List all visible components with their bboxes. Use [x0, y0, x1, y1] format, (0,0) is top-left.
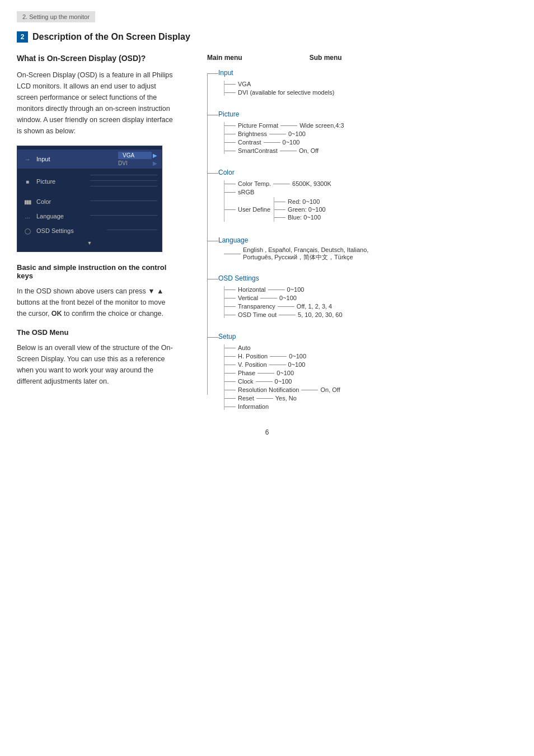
language-inline: English , Español, Français, Deutsch, It…	[224, 246, 517, 262]
information-row: Information	[224, 403, 517, 410]
transparency-row: Transparency Off, 1, 2, 3, 4	[224, 303, 517, 310]
language-line2: Português, Русский，简体中文，Türkçe	[243, 253, 368, 262]
color-horiz-line	[207, 173, 218, 174]
input-sub-dvi: DVI (available for selective models)	[224, 89, 517, 96]
contrast-value: 0~100	[283, 139, 300, 146]
reset-label: Reset	[238, 395, 254, 402]
picture-format-arrow	[280, 125, 297, 126]
brightness-row: Brightness 0~100	[224, 130, 517, 137]
clock-label: Clock	[238, 378, 254, 385]
vga-horiz	[224, 84, 236, 85]
breadcrumb-text: 2. Setting up the monitor	[22, 13, 90, 20]
resolution-notification-arrow	[301, 390, 318, 390]
brightness-arrow	[269, 134, 286, 134]
input-subs: VGA DVI (available for selective models)	[224, 81, 517, 96]
green-label: Green: 0~100	[288, 206, 326, 213]
color-content: Color Color Temp. 6500K, 9300K sRGB	[218, 168, 517, 223]
h-position-label: H. Position	[238, 353, 268, 360]
red-label: Red: 0~100	[288, 198, 320, 205]
clock-row: Clock 0~100	[224, 378, 517, 385]
horizontal-horiz	[224, 290, 236, 290]
page: 2. Setting up the monitor 2 Description …	[0, 0, 534, 756]
resolution-notification-row: Resolution Notification On, Off	[224, 386, 517, 393]
input-sub-vga: VGA	[224, 81, 517, 87]
transparency-value: Off, 1, 2, 3, 4	[297, 303, 332, 310]
information-horiz	[224, 407, 236, 407]
vga-label: VGA	[238, 81, 251, 87]
vertical-label: Vertical	[238, 295, 258, 301]
vertical-horiz	[224, 298, 236, 298]
breadcrumb: 2. Setting up the monitor	[17, 11, 95, 22]
section-title: Description of the On Screen Display	[32, 32, 190, 42]
phase-row: Phase 0~100	[224, 370, 517, 376]
two-column-layout: What is On-Screen Display (OSD)? On-Scre…	[17, 54, 517, 412]
picture-format-row: Picture Format Wide screen,4:3	[224, 122, 517, 129]
osd-picture-item[interactable]: ■ Picture	[17, 169, 162, 194]
osd-settings-item[interactable]: ◯ OSD Settings	[17, 223, 162, 238]
osd-color-item[interactable]: ▮▮▮ Color	[17, 194, 162, 209]
branch-osd-settings: OSD Settings Horizontal 0~100 Vertical	[207, 274, 517, 320]
osd-color-label: Color	[36, 198, 86, 205]
h-position-arrow	[270, 356, 287, 357]
reset-value: Yes, No	[275, 395, 297, 402]
srgb-row: sRGB	[224, 189, 517, 195]
reset-horiz	[224, 398, 236, 399]
osd-input-item[interactable]: → Input VGA ▶ DVI ▶	[17, 150, 162, 169]
picture-format-value: Wide screen,4:3	[299, 122, 344, 129]
user-define-label: User Define	[238, 206, 270, 213]
osd-timeout-horiz	[224, 315, 236, 315]
language-arrow-line	[224, 254, 241, 254]
contrast-horiz	[224, 142, 236, 143]
horizontal-arrow	[268, 290, 285, 290]
osd-menu-section-body: Below is an overall view of the structur…	[17, 342, 174, 387]
v-position-horiz	[224, 365, 236, 365]
osd-language-label: Language	[36, 213, 86, 220]
language-horiz-line	[207, 241, 218, 241]
resolution-notification-label: Resolution Notification	[238, 386, 299, 393]
v-position-value: 0~100	[288, 361, 306, 368]
color-temp-value: 6500K, 9300K	[292, 180, 331, 187]
green-horiz	[274, 209, 285, 210]
user-define-horiz	[224, 209, 236, 210]
osd-settings-content: OSD Settings Horizontal 0~100 Vertical	[218, 274, 517, 320]
ok-label: OK	[51, 310, 62, 318]
setup-subs: Auto H. Position 0~100 V. Position	[224, 344, 517, 410]
auto-horiz	[224, 348, 236, 348]
sub-menu-label: Sub menu	[310, 54, 342, 62]
transparency-arrow	[278, 306, 294, 307]
v-position-row: V. Position 0~100	[224, 361, 517, 368]
language-values: English , Español, Français, Deutsch, It…	[243, 246, 368, 262]
brightness-label: Brightness	[238, 130, 267, 137]
transparency-horiz	[224, 306, 236, 307]
blue-row: Blue: 0~100	[274, 214, 326, 221]
v-position-label: V. Position	[238, 361, 267, 368]
blue-label: Blue: 0~100	[288, 214, 321, 221]
h-position-horiz	[224, 356, 236, 357]
osd-input-label: Input	[36, 156, 114, 162]
setup-main-label: Setup	[218, 333, 236, 340]
dvi-label: DVI (available for selective models)	[238, 89, 334, 96]
osd-settings-horiz-line	[207, 279, 218, 279]
setup-content: Setup Auto H. Position 0~100	[218, 332, 517, 412]
brightness-horiz	[224, 134, 236, 134]
resolution-notification-value: On, Off	[320, 386, 340, 393]
auto-label: Auto	[238, 344, 251, 351]
srgb-label: sRGB	[238, 189, 254, 195]
osd-timeout-value: 5, 10, 20, 30, 60	[298, 311, 343, 318]
picture-icon: ■	[22, 177, 33, 186]
picture-subs: Picture Format Wide screen,4:3 Brightnes…	[224, 122, 517, 154]
resolution-notification-horiz	[224, 390, 236, 390]
color-temp-horiz	[224, 184, 236, 184]
language-line1: English , Español, Français, Deutsch, It…	[243, 246, 368, 253]
vertical-arrow	[260, 298, 277, 298]
osd-language-item[interactable]: … Language	[17, 209, 162, 223]
blue-horiz	[274, 217, 285, 218]
reset-row: Reset Yes, No	[224, 395, 517, 402]
right-column: Main menu Sub menu Input VGA	[190, 54, 517, 412]
contrast-label: Contrast	[238, 139, 261, 146]
picture-format-label: Picture Format	[238, 122, 278, 129]
h-position-value: 0~100	[289, 353, 306, 360]
basic-instruction-title: Basic and simple instruction on the cont…	[17, 263, 174, 280]
brightness-value: 0~100	[288, 130, 306, 137]
page-number: 6	[17, 428, 517, 436]
